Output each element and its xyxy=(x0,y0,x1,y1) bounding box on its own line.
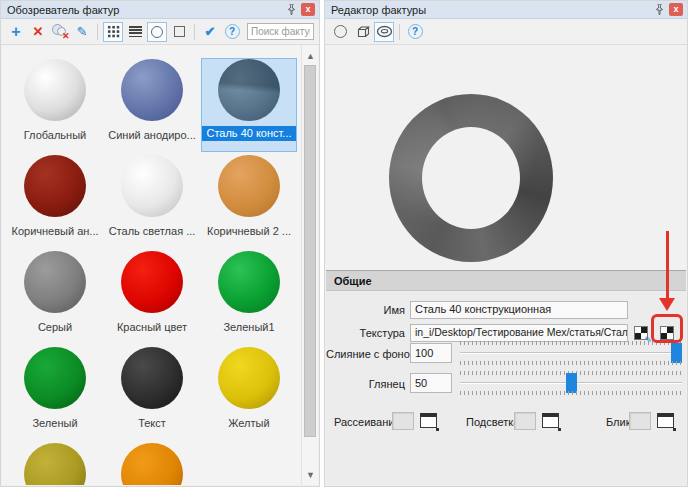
material-sphere xyxy=(24,59,86,121)
glow-label: Подсветка xyxy=(466,416,519,428)
material-sphere xyxy=(121,59,183,121)
help-button[interactable]: ? xyxy=(222,22,242,42)
delete-all-icon: ✕ xyxy=(52,24,69,39)
torus-icon xyxy=(376,25,393,38)
material-item[interactable]: Желтый xyxy=(202,347,296,439)
material-sphere xyxy=(121,155,183,217)
material-item[interactable]: Серый xyxy=(8,251,102,343)
material-sphere xyxy=(24,347,86,409)
sphere-preview-button[interactable] xyxy=(330,22,350,42)
gloss-value-field[interactable]: 50 xyxy=(410,373,452,393)
slider-track[interactable] xyxy=(460,352,682,354)
texture-editor-toolbar: ? xyxy=(325,19,687,45)
material-sphere xyxy=(24,155,86,217)
material-item[interactable] xyxy=(105,443,199,485)
annotation-arrow-line xyxy=(666,231,669,299)
annotation-highlight-rect xyxy=(651,314,683,343)
apply-button[interactable]: ✔ xyxy=(200,22,220,42)
cube-shape-button[interactable] xyxy=(169,22,189,42)
delete-icon: ✕ xyxy=(33,25,44,38)
toolbar-separator xyxy=(399,24,400,40)
material-label: Желтый xyxy=(225,416,272,431)
material-item[interactable]: Зеленый xyxy=(8,347,102,439)
torus-preview-button[interactable] xyxy=(374,22,394,42)
blend-label: Слияние с фоном xyxy=(326,348,405,360)
material-item[interactable]: Текст xyxy=(105,347,199,439)
diffuse-dialog-button[interactable] xyxy=(420,413,437,428)
material-sphere xyxy=(24,443,86,485)
grid-view-button[interactable] xyxy=(103,22,123,42)
gloss-slider-handle[interactable] xyxy=(566,373,577,393)
circle-icon xyxy=(151,26,163,38)
diffuse-color-swatch[interactable] xyxy=(392,412,414,430)
material-item[interactable]: Синий анодиро... xyxy=(105,59,199,151)
add-button[interactable]: + xyxy=(6,22,26,42)
glow-dialog-button[interactable] xyxy=(542,413,559,428)
search-input[interactable] xyxy=(247,23,314,40)
texture-editor-panel: Редактор фактуры x ? Общие Имя xyxy=(324,0,688,487)
sphere-icon xyxy=(334,25,347,38)
square-icon xyxy=(174,26,185,37)
list-view-icon xyxy=(129,26,142,37)
blend-slider-handle[interactable] xyxy=(671,343,682,363)
scrollbar[interactable]: ▲ ▼ xyxy=(301,45,318,485)
glow-color-swatch[interactable] xyxy=(514,412,536,430)
specular-dialog-button[interactable] xyxy=(657,413,674,428)
sphere-shape-button[interactable] xyxy=(147,22,167,42)
material-label: Коричневый ан... xyxy=(8,224,101,239)
app-window: Обозреватель фактур x + ✕ ✕ ✎ ✔ ? Глобал… xyxy=(0,0,688,487)
general-section-header[interactable]: Общие xyxy=(326,270,686,291)
material-item[interactable]: Сталь светлая ... xyxy=(105,155,199,247)
blend-slider[interactable] xyxy=(460,341,682,365)
scroll-down-icon[interactable]: ▼ xyxy=(302,466,318,483)
scrollbar-thumb[interactable] xyxy=(304,65,316,437)
texture-label: Текстура xyxy=(326,327,405,339)
material-list-area: ГлобальныйСиний анодиро...Сталь 40 конст… xyxy=(2,45,318,485)
material-item[interactable]: Глобальный xyxy=(8,59,102,151)
specular-color-swatch[interactable] xyxy=(629,412,651,430)
material-item[interactable] xyxy=(8,443,102,485)
gloss-slider[interactable] xyxy=(460,371,682,395)
texture-path-field[interactable]: in_i/Desktop/Тестирование Мех/статья/Ста… xyxy=(410,324,628,342)
annotation-arrow-head xyxy=(659,298,675,311)
list-view-button[interactable] xyxy=(125,22,145,42)
material-item[interactable]: Коричневый ан... xyxy=(8,155,102,247)
material-label: Серый xyxy=(35,320,75,335)
slider-ticks xyxy=(460,391,682,395)
pin-icon[interactable] xyxy=(652,3,666,17)
delete-all-button[interactable]: ✕ xyxy=(50,22,70,42)
edit-texture-button[interactable]: ✎ xyxy=(631,323,651,343)
slider-ticks xyxy=(460,341,682,345)
grid-view-icon xyxy=(107,25,120,38)
material-sphere xyxy=(121,251,183,313)
material-sphere xyxy=(218,251,280,313)
material-sphere xyxy=(121,443,183,485)
help-button[interactable]: ? xyxy=(405,22,425,42)
blend-value-field[interactable]: 100 xyxy=(410,343,452,363)
material-item[interactable]: Сталь 40 конст... xyxy=(202,59,296,151)
name-field[interactable]: Сталь 40 конструкционная xyxy=(410,301,628,319)
pin-icon[interactable] xyxy=(284,3,298,17)
specular-label: Блик xyxy=(606,416,630,428)
material-label: Сталь светлая ... xyxy=(106,224,199,239)
material-sphere xyxy=(218,347,280,409)
scroll-up-icon[interactable]: ▲ xyxy=(302,47,318,64)
gloss-label: Глянец xyxy=(326,378,405,390)
material-label: Красный цвет xyxy=(114,320,190,335)
material-item[interactable]: Зеленый1 xyxy=(202,251,296,343)
material-label: Зеленый xyxy=(29,416,80,431)
texture-preview-area xyxy=(326,45,686,270)
texture-browser-panel: Обозреватель фактур x + ✕ ✕ ✎ ✔ ? Глобал… xyxy=(0,0,320,487)
close-icon[interactable]: x xyxy=(301,3,315,16)
cube-preview-button[interactable] xyxy=(352,22,372,42)
material-item[interactable]: Красный цвет xyxy=(105,251,199,343)
section-title: Общие xyxy=(334,275,372,287)
material-sphere xyxy=(121,347,183,409)
material-label: Глобальный xyxy=(21,128,89,143)
edit-button[interactable]: ✎ xyxy=(72,22,92,42)
delete-button[interactable]: ✕ xyxy=(28,22,48,42)
close-icon[interactable]: x xyxy=(669,3,683,16)
panel-title: Редактор фактуры xyxy=(331,4,652,16)
material-label: Текст xyxy=(135,416,169,431)
material-item[interactable]: Коричневый 2 ... xyxy=(202,155,296,247)
